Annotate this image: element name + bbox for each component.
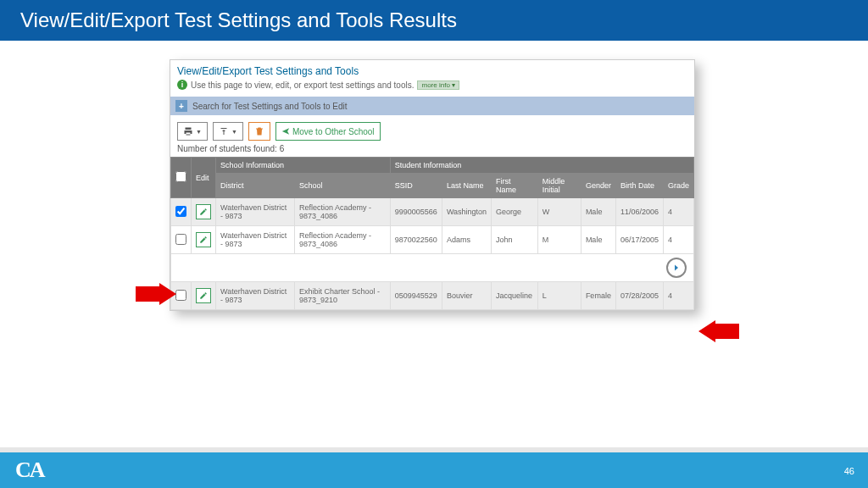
edit-button[interactable] (196, 232, 211, 247)
panel-header: View/Edit/Export Test Settings and Tools… (170, 60, 694, 93)
cell-firstname: John (492, 226, 538, 254)
result-count: Number of students found: 6 (170, 144, 694, 157)
search-section-bar[interactable]: + Search for Test Settings and Tools to … (170, 97, 694, 115)
printer-icon (183, 126, 193, 136)
col-school-info: School Information (216, 158, 391, 174)
cell-lastname: Adams (442, 226, 491, 254)
row-checkbox[interactable] (175, 234, 186, 245)
move-label: Move to Other School (292, 127, 375, 136)
table-row: Waterhaven District - 9873Exhibit Charte… (171, 282, 694, 310)
cell-grade: 4 (663, 226, 693, 254)
svg-marker-1 (698, 320, 739, 342)
col-mi[interactable]: Middle Initial (537, 174, 581, 198)
cell-ssid: 0509945529 (390, 282, 442, 310)
cell-dob: 06/17/2005 (615, 226, 663, 254)
col-checkbox (171, 158, 192, 198)
cell-lastname: Bouvier (442, 282, 491, 310)
col-district[interactable]: District (216, 174, 295, 198)
col-lastname[interactable]: Last Name (442, 174, 491, 198)
next-page-button[interactable] (666, 258, 687, 278)
cell-gender: Male (581, 226, 615, 254)
more-info-button[interactable]: more info ▾ (417, 80, 459, 90)
cell-gender: Male (581, 198, 615, 226)
row-checkbox[interactable] (175, 206, 186, 217)
arrow-icon (281, 127, 290, 136)
cell-lastname: Washington (442, 198, 491, 226)
col-ssid[interactable]: SSID (390, 174, 442, 198)
cell-dob: 07/28/2005 (615, 282, 663, 310)
export-button[interactable]: ▼ (213, 122, 243, 141)
cell-district: Waterhaven District - 9873 (216, 226, 295, 254)
pencil-icon (199, 236, 208, 244)
print-button[interactable]: ▼ (177, 122, 208, 141)
edit-button[interactable] (196, 288, 211, 303)
cell-ssid: 9870022560 (390, 226, 442, 254)
logo: CA (15, 458, 44, 483)
col-grade[interactable]: Grade (663, 174, 693, 198)
table-row: Waterhaven District - 9873Reflection Aca… (171, 198, 694, 226)
col-firstname[interactable]: First Name (492, 174, 538, 198)
svg-marker-0 (136, 283, 176, 305)
cell-mi: M (537, 226, 581, 254)
col-birthdate[interactable]: Birth Date (615, 174, 663, 198)
cell-district: Waterhaven District - 9873 (216, 282, 295, 310)
select-all-checkbox[interactable] (175, 171, 186, 182)
cell-school: Exhibit Charter School - 9873_9210 (294, 282, 390, 310)
cell-grade: 4 (663, 198, 693, 226)
page-number: 46 (844, 466, 854, 476)
cell-dob: 11/06/2006 (615, 198, 663, 226)
app-panel: View/Edit/Export Test Settings and Tools… (170, 59, 695, 311)
search-label: Search for Test Settings and Tools to Ed… (192, 102, 348, 111)
move-school-button[interactable]: Move to Other School (275, 122, 381, 141)
row-checkbox[interactable] (175, 290, 186, 301)
toolbar: ▼ ▼ Move to Other School (170, 115, 694, 144)
export-icon (219, 126, 229, 136)
col-student-info: Student Information (390, 158, 693, 174)
caret-down-icon: ▼ (231, 129, 237, 135)
cell-firstname: Jacqueline (492, 282, 538, 310)
cell-grade: 4 (663, 282, 693, 310)
panel-title: View/Edit/Export Test Settings and Tools (177, 65, 687, 77)
trash-icon (254, 126, 264, 136)
callout-arrow-left (136, 283, 176, 305)
help-line: i Use this page to view, edit, or export… (177, 80, 687, 90)
edit-button[interactable] (196, 204, 211, 219)
arrow-right-icon (671, 263, 682, 273)
slide-title: View/Edit/Export Test Settings and Tools… (0, 0, 868, 41)
expand-icon[interactable]: + (175, 100, 187, 112)
caret-down-icon: ▼ (196, 129, 202, 135)
col-gender[interactable]: Gender (581, 174, 615, 198)
cell-firstname: George (492, 198, 538, 226)
info-icon: i (177, 80, 187, 90)
cell-school: Reflection Academy - 9873_4086 (294, 226, 390, 254)
footer-bar: CA 46 (0, 447, 868, 488)
results-table: Edit School Information Student Informat… (170, 157, 694, 310)
cell-gender: Female (581, 282, 615, 310)
col-school[interactable]: School (294, 174, 390, 198)
help-text: Use this page to view, edit, or export t… (191, 80, 414, 90)
cell-district: Waterhaven District - 9873 (216, 198, 295, 226)
cell-mi: L (537, 282, 581, 310)
pencil-icon (199, 291, 208, 300)
cell-school: Reflection Academy - 9873_4086 (294, 198, 390, 226)
col-edit: Edit (192, 158, 216, 198)
table-row: Waterhaven District - 9873Reflection Aca… (171, 226, 694, 254)
pencil-icon (199, 208, 208, 216)
callout-arrow-right (698, 320, 739, 342)
delete-button[interactable] (248, 122, 270, 141)
cell-ssid: 9990005566 (390, 198, 442, 226)
cell-mi: W (537, 198, 581, 226)
